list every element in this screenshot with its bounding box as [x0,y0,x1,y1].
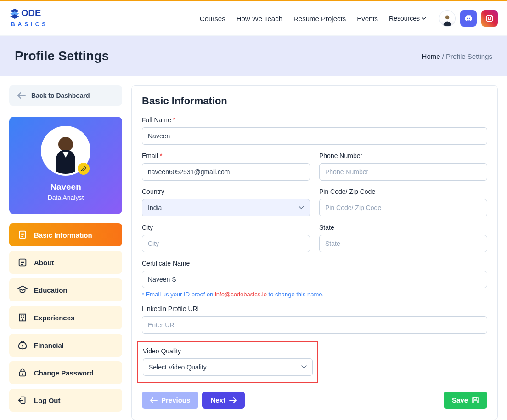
save-button[interactable]: Save [444,392,487,409]
arrow-left-icon [17,92,26,99]
linkedin-input[interactable] [142,316,487,334]
sidebar-item-label: Change Password [34,369,94,377]
label-phone: Phone Number [319,152,487,159]
label-linkedin: LinkedIn Profile URL [142,305,487,312]
svg-text:BASICS: BASICS [11,21,48,28]
arrow-right-icon [229,397,237,403]
country-select[interactable]: India [142,199,310,216]
svg-rect-19 [21,315,22,316]
profile-role: Data Analyst [18,194,113,201]
svg-rect-21 [21,317,22,318]
page-title: Profile Settings [15,49,109,63]
sidebar-item-label: Basic Information [34,231,92,239]
section-heading: Basic Information [142,95,487,107]
svg-rect-23 [22,319,23,321]
logo-icon: ODE BASICS [9,7,60,30]
svg-point-9 [58,137,73,152]
nav-how-we-teach[interactable]: How We Teach [237,15,282,23]
next-button[interactable]: Next [202,392,245,409]
nav-events[interactable]: Events [357,15,378,23]
main: Back to Dashboard Naveen Data Analyst [0,76,507,420]
svg-rect-28 [474,397,477,399]
header: ODE BASICS Courses How We Teach Resume P… [0,1,507,36]
chevron-down-icon [422,17,426,20]
label-video-quality: Video Quality [143,347,313,355]
sidebar-item-label: Financial [34,341,64,349]
label-city: City [142,224,310,231]
building-icon [17,312,28,323]
svg-point-8 [491,16,492,17]
discord-icon [464,14,473,23]
sidebar: Back to Dashboard Naveen Data Analyst [9,85,122,412]
discord-button[interactable] [460,10,477,27]
graduation-cap-icon [17,285,28,295]
label-cert: Certificate Name [142,260,487,267]
document-icon [17,230,28,240]
logout-icon [17,395,28,405]
sidebar-item-financial[interactable]: $ Financial [9,334,122,357]
label-state: State [319,224,487,231]
edit-profile-pic[interactable] [78,163,90,175]
sidebar-item-change-password[interactable]: Change Password [9,361,122,384]
back-label: Back to Dashboard [31,92,90,99]
previous-button[interactable]: Previous [142,392,198,409]
label-email: Email * [142,152,310,159]
nav-resume-projects[interactable]: Resume Projects [293,15,346,23]
sidebar-item-basic-information[interactable]: Basic Information [9,223,122,246]
sidebar-item-education[interactable]: Education [9,278,122,301]
profile-card: Naveen Data Analyst [9,117,122,214]
breadcrumb-bar: Profile Settings Home / Profile Settings [0,36,507,76]
svg-text:ODE: ODE [21,8,41,18]
svg-point-7 [488,17,491,20]
city-input[interactable] [142,235,310,252]
svg-rect-29 [473,401,477,403]
label-pincode: Pin Code/ Zip Code [319,188,487,195]
phone-input[interactable] [319,163,487,181]
breadcrumb: Home / Profile Settings [422,52,492,60]
sidebar-item-label: Log Out [34,397,60,404]
state-input[interactable] [319,235,487,252]
full-name-input[interactable] [142,127,487,145]
save-icon [472,397,479,404]
money-bag-icon: $ [17,340,28,350]
sidebar-item-experiences[interactable]: Experiences [9,306,122,329]
nav-resources[interactable]: Resources [389,15,426,22]
sidebar-item-log-out[interactable]: Log Out [9,389,122,412]
form-footer: Previous Next Save [142,392,487,409]
instagram-button[interactable] [481,10,498,27]
nav-resources-label: Resources [389,15,420,22]
instagram-icon [485,14,494,23]
breadcrumb-current: Profile Settings [446,52,492,60]
sidebar-item-label: Education [34,286,68,294]
svg-rect-20 [23,315,24,316]
header-right [439,10,498,27]
sidebar-item-about[interactable]: About [9,251,122,274]
cert-hint: * Email us your ID proof on info@codebas… [142,291,487,298]
lock-icon [17,368,28,378]
svg-rect-22 [23,317,24,318]
video-quality-select[interactable]: Select Video Quality [143,358,313,376]
logo[interactable]: ODE BASICS [9,7,60,30]
breadcrumb-home[interactable]: Home [422,52,440,60]
side-menu: Basic Information About Education Experi… [9,223,122,412]
svg-point-26 [22,373,23,375]
user-avatar[interactable] [439,10,456,27]
content: Basic Information Full Name * Email * Ph… [131,85,498,420]
certificate-name-input[interactable] [142,271,487,288]
email-input[interactable] [142,163,310,181]
person-icon [441,13,454,26]
sidebar-item-label: About [34,259,54,267]
video-quality-highlight: Video Quality Select Video Quality [137,341,318,383]
svg-marker-2 [10,14,19,19]
label-full-name: Full Name * [142,116,487,124]
label-country: Country [142,188,310,195]
back-to-dashboard[interactable]: Back to Dashboard [9,85,122,106]
nav-courses[interactable]: Courses [200,15,225,23]
main-nav: Courses How We Teach Resume Projects Eve… [200,15,426,23]
profile-name: Naveen [18,182,113,192]
pincode-input[interactable] [319,199,487,216]
sidebar-item-label: Experiences [34,314,74,322]
arrow-left-icon [150,397,158,403]
pencil-icon [81,166,87,172]
svg-point-5 [445,15,450,19]
